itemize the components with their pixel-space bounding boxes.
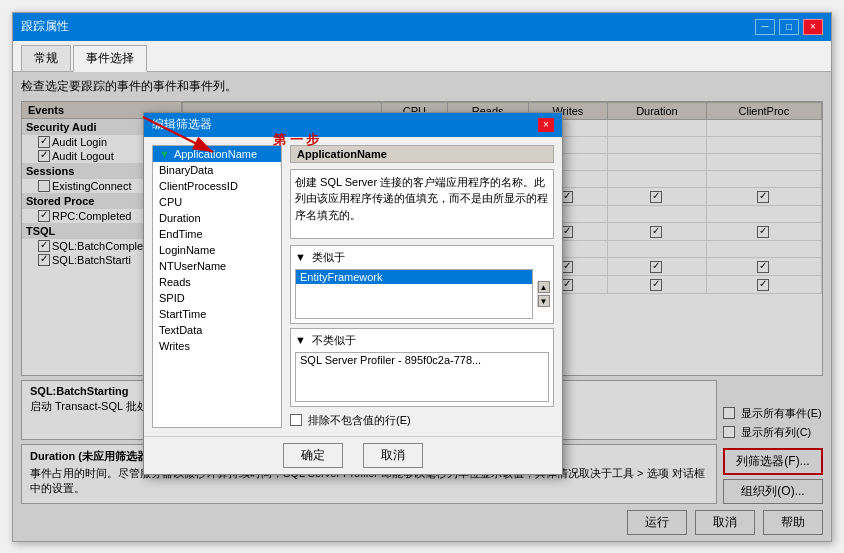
filter-list-item-cpu[interactable]: CPU — [153, 194, 281, 210]
filter-editor-modal: 编辑筛选器 × ▼ ApplicationName BinaryData — [143, 112, 563, 475]
not-like-value-item[interactable]: SQL Server Profiler - 895f0c2a-778... — [296, 353, 548, 367]
modal-footer: 确定 取消 — [144, 436, 562, 474]
filter-list-item-duration[interactable]: Duration — [153, 210, 281, 226]
modal-overlay: 编辑筛选器 × ▼ ApplicationName BinaryData — [13, 72, 831, 541]
like-label: 类似于 — [312, 250, 345, 265]
scroll-up[interactable]: ▲ — [538, 281, 550, 293]
modal-title: 编辑筛选器 — [152, 116, 212, 133]
expand-icon[interactable]: ▼ — [295, 251, 306, 263]
filter-list-item-client-process-id[interactable]: ClientProcessID — [153, 178, 281, 194]
modal-field-description: 创建 SQL Server 连接的客户端应用程序的名称。此列由该应用程序传递的值… — [290, 169, 554, 239]
modal-title-bar: 编辑筛选器 × — [144, 113, 562, 137]
window-title: 跟踪属性 — [21, 18, 69, 35]
maximize-button[interactable]: □ — [779, 19, 799, 35]
modal-field-label: ApplicationName — [290, 145, 554, 163]
like-operator-group: ▼ 类似于 EntityFramework ▲ — [290, 245, 554, 324]
filter-list-item-writes[interactable]: Writes — [153, 338, 281, 354]
modal-filter-list: ▼ ApplicationName BinaryData ClientProce… — [152, 145, 282, 428]
scrollbar: ▲ ▼ — [537, 281, 549, 307]
not-like-label: 不类似于 — [312, 333, 356, 348]
close-button[interactable]: × — [803, 19, 823, 35]
like-values-list[interactable]: EntityFramework — [295, 269, 533, 319]
filter-list-item-login-name[interactable]: LoginName — [153, 242, 281, 258]
modal-cancel-button[interactable]: 取消 — [363, 443, 423, 468]
not-like-operator-row: ▼ 不类似于 — [295, 333, 549, 348]
title-bar: 跟踪属性 ─ □ × — [13, 13, 831, 41]
like-value-row: EntityFramework ▲ ▼ — [295, 269, 549, 319]
filter-list-item-nt-user-name[interactable]: NTUserName — [153, 258, 281, 274]
main-window: 跟踪属性 ─ □ × 常规 事件选择 检查选定要跟踪的事件的事件和事件列。 Ev… — [12, 12, 832, 542]
tab-bar: 常规 事件选择 — [13, 41, 831, 72]
scroll-down[interactable]: ▼ — [538, 295, 550, 307]
filter-list-item-reads[interactable]: Reads — [153, 274, 281, 290]
main-content: 检查选定要跟踪的事件的事件和事件列。 Events Security Audi … — [13, 72, 831, 541]
tab-event-selection[interactable]: 事件选择 — [73, 45, 147, 72]
title-controls: ─ □ × — [755, 19, 823, 35]
filter-list-item-start-time[interactable]: StartTime — [153, 306, 281, 322]
like-operator-row: ▼ 类似于 — [295, 250, 549, 265]
filter-list-item-binary-data[interactable]: BinaryData — [153, 162, 281, 178]
checkbox-exclude-null[interactable] — [290, 414, 302, 426]
filter-list-item-spid[interactable]: SPID — [153, 290, 281, 306]
filter-list-item-application-name[interactable]: ▼ ApplicationName — [153, 146, 281, 162]
filter-list-item-text-data[interactable]: TextData — [153, 322, 281, 338]
filter-icon: ▼ — [159, 148, 170, 160]
operator-section: ▼ 类似于 EntityFramework ▲ — [290, 245, 554, 407]
modal-confirm-button[interactable]: 确定 — [283, 443, 343, 468]
expand-icon-2[interactable]: ▼ — [295, 334, 306, 346]
not-like-values-list[interactable]: SQL Server Profiler - 895f0c2a-778... — [295, 352, 549, 402]
modal-close-button[interactable]: × — [538, 118, 554, 132]
modal-right-panel: ApplicationName 创建 SQL Server 连接的客户端应用程序… — [290, 145, 554, 428]
filter-list-item-end-time[interactable]: EndTime — [153, 226, 281, 242]
minimize-button[interactable]: ─ — [755, 19, 775, 35]
exclude-null-row: 排除不包含值的行(E) — [290, 413, 554, 428]
not-like-value-row: SQL Server Profiler - 895f0c2a-778... — [295, 352, 549, 402]
modal-body: ▼ ApplicationName BinaryData ClientProce… — [144, 137, 562, 436]
like-value-item[interactable]: EntityFramework — [296, 270, 532, 284]
exclude-null-label: 排除不包含值的行(E) — [308, 413, 411, 428]
not-like-operator-group: ▼ 不类似于 SQL Server Profiler - 895f0c2a-77… — [290, 328, 554, 407]
tab-general[interactable]: 常规 — [21, 45, 71, 71]
